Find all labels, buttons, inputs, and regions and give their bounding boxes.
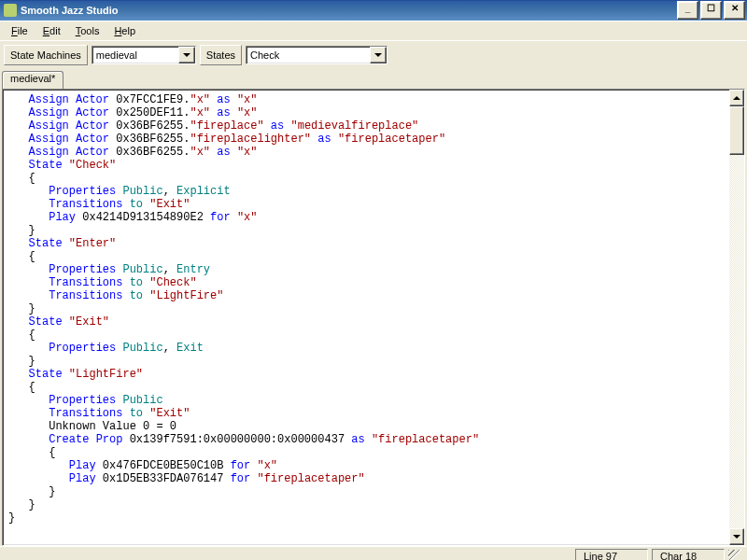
- menu-bar: File Edit Tools Help: [0, 21, 747, 40]
- status-bar: Line 97 Char 18: [0, 546, 747, 560]
- scroll-up-button[interactable]: [729, 90, 744, 106]
- menu-tools[interactable]: Tools: [68, 23, 107, 38]
- window-title: Smooth Jazz Studio: [21, 5, 119, 16]
- states-value: Check: [247, 49, 370, 61]
- toolbar: State Machines medieval States Check: [0, 40, 747, 69]
- scroll-down-button[interactable]: [729, 528, 744, 545]
- scroll-thumb[interactable]: [729, 106, 744, 155]
- state-machines-value: medieval: [92, 49, 178, 61]
- code-content[interactable]: Assign Actor 0x7FCC1FE9."x" as "x" Assig…: [3, 90, 729, 545]
- states-combo[interactable]: Check: [246, 46, 388, 64]
- app-icon: [4, 4, 17, 17]
- title-bar: Smooth Jazz Studio _ ☐ ✕: [0, 0, 747, 21]
- code-editor[interactable]: Assign Actor 0x7FCC1FE9."x" as "x" Assig…: [2, 89, 745, 546]
- tab-medieval[interactable]: medieval*: [2, 71, 63, 90]
- dropdown-arrow-icon[interactable]: [370, 47, 387, 63]
- close-button[interactable]: ✕: [724, 1, 745, 20]
- status-line: Line 97: [575, 549, 648, 560]
- menu-edit[interactable]: Edit: [35, 23, 68, 38]
- state-machines-button[interactable]: State Machines: [4, 45, 88, 65]
- dropdown-arrow-icon[interactable]: [178, 47, 195, 63]
- scroll-track[interactable]: [729, 106, 744, 528]
- tab-strip: medieval*: [0, 71, 747, 89]
- menu-help[interactable]: Help: [106, 23, 143, 38]
- states-button[interactable]: States: [200, 45, 242, 65]
- menu-file[interactable]: File: [4, 23, 35, 38]
- status-char: Char 18: [652, 549, 725, 560]
- minimize-button[interactable]: _: [677, 1, 698, 20]
- state-machines-combo[interactable]: medieval: [92, 46, 196, 64]
- maximize-button[interactable]: ☐: [700, 1, 722, 20]
- resize-grip-icon[interactable]: [728, 550, 741, 560]
- vertical-scrollbar[interactable]: [729, 90, 744, 545]
